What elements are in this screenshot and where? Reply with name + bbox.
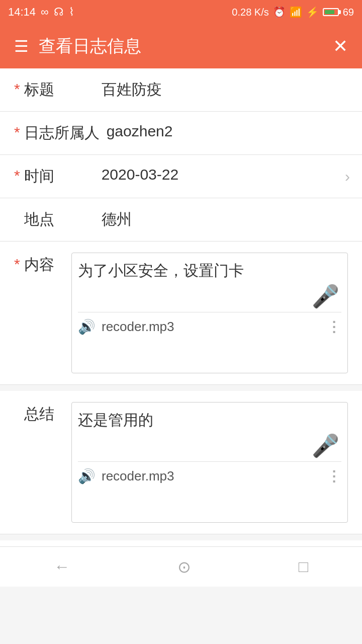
location-spacer: * [14,210,20,227]
summary-speaker-icon: 🔊 [78,468,96,485]
content-audio-left: 🔊 recoder.mp3 [78,318,174,335]
summary-audio-filename: recoder.mp3 [102,468,174,484]
content-audio-more-icon[interactable]: ⋮ [327,318,341,335]
summary-label: 总结 [24,404,54,425]
bottom-recents-button[interactable]: □ [299,557,308,576]
owner-label: 日志所属人 [24,123,100,143]
content-mic-icon[interactable]: 🎤 [312,283,339,309]
toolbar: ☰ 查看日志信息 ✕ [0,24,362,68]
recents-square-icon: □ [299,557,308,576]
content-audio-filename: recoder.mp3 [102,319,174,335]
title-field-row: * 标题 百姓防疫 [0,68,362,112]
network-speed: 0.28 K/s [232,7,268,18]
content-field-row: * 内容 为了小区安全，设置门卡 🎤 🔊 recoder.mp3 ⋮ [0,242,362,385]
close-button[interactable]: ✕ [333,36,348,57]
time-value: 2020-03-22 [95,166,348,183]
content-label-wrapper: * 内容 [14,253,64,275]
usb-icon: ⌇ [69,6,74,19]
summary-label-wrapper: * 总结 [14,402,64,425]
battery-icon [323,8,339,16]
spacer-2 [0,534,362,540]
summary-audio-left: 🔊 recoder.mp3 [78,468,174,485]
bottom-navigation-bar: ← ⊙ □ [0,546,362,587]
summary-spacer: * [14,405,20,422]
spacer-1 [0,385,362,391]
owner-field-row: * 日志所属人 gaozhen2 [0,112,362,155]
home-circle-icon: ⊙ [177,557,191,577]
summary-field-row: * 总结 还是管用的 🎤 🔊 recoder.mp3 ⋮ [0,391,362,534]
status-bar: 14:14 ∞ ☊ ⌇ 0.28 K/s ⏰ 📶 ⚡ 69 [0,0,362,24]
time-field-row[interactable]: * 时间 2020-03-22 › [0,155,362,198]
back-arrow-icon: ← [54,557,70,576]
location-label: 地点 [24,209,95,230]
lightning-icon: ⚡ [306,6,319,18]
status-left: 14:14 ∞ ☊ ⌇ [8,6,74,19]
summary-textarea-box[interactable]: 还是管用的 🎤 🔊 recoder.mp3 ⋮ [71,402,348,523]
bottom-spacer [0,540,362,546]
signal-strength-icon: 📶 [290,6,302,18]
summary-text: 还是管用的 [78,409,341,431]
time-display: 14:14 [8,6,36,19]
summary-audio-more-icon[interactable]: ⋮ [327,468,341,485]
time-required-star: * [14,167,20,184]
signal-icon: ☊ [54,6,64,19]
content-required-star: * [14,256,20,273]
content-audio-item: 🔊 recoder.mp3 ⋮ [78,312,341,335]
alarm-icon: ⏰ [273,6,286,18]
owner-required-star: * [14,124,20,141]
chevron-right-icon: › [345,168,350,185]
content-speaker-icon: 🔊 [78,318,96,335]
content-textarea-box[interactable]: 为了小区安全，设置门卡 🎤 🔊 recoder.mp3 ⋮ [71,253,348,373]
location-field-row: * 地点 德州 [0,198,362,242]
summary-mic-icon[interactable]: 🎤 [312,433,339,459]
toolbar-left: ☰ 查看日志信息 [14,35,141,58]
content-area: * 标题 百姓防疫 * 日志所属人 gaozhen2 * 时间 2020-03-… [0,68,362,546]
location-value: 德州 [95,209,348,230]
time-label: 时间 [24,166,95,187]
menu-icon[interactable]: ☰ [14,37,29,56]
owner-value: gaozhen2 [100,123,348,140]
battery-level: 69 [343,7,354,18]
status-right: 0.28 K/s ⏰ 📶 ⚡ 69 [232,6,354,18]
network-infinity-icon: ∞ [41,6,49,19]
toolbar-title: 查看日志信息 [39,35,141,58]
summary-audio-item: 🔊 recoder.mp3 ⋮ [78,461,341,485]
bottom-back-button[interactable]: ← [54,557,70,576]
bottom-home-button[interactable]: ⊙ [177,557,191,577]
title-label: 标题 [24,79,95,100]
content-label: 内容 [24,255,54,275]
content-text: 为了小区安全，设置门卡 [78,259,341,282]
title-value: 百姓防疫 [95,79,348,100]
title-required-star: * [14,80,20,98]
